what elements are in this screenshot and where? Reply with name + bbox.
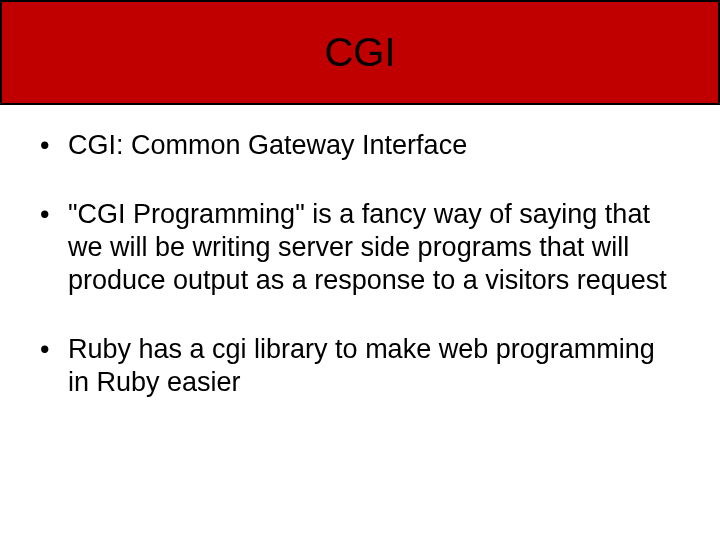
title-bar: CGI (0, 0, 720, 105)
bullet-text: CGI: Common Gateway Interface (68, 129, 680, 162)
bullet-text: "CGI Programming" is a fancy way of sayi… (68, 198, 680, 297)
bullet-text: Ruby has a cgi library to make web progr… (68, 333, 680, 399)
bullet-icon: • (40, 333, 68, 366)
bullet-icon: • (40, 129, 68, 162)
list-item: • CGI: Common Gateway Interface (40, 129, 680, 162)
bullet-icon: • (40, 198, 68, 231)
slide-body: • CGI: Common Gateway Interface • "CGI P… (0, 105, 720, 399)
list-item: • "CGI Programming" is a fancy way of sa… (40, 198, 680, 297)
slide-title: CGI (324, 30, 395, 75)
list-item: • Ruby has a cgi library to make web pro… (40, 333, 680, 399)
